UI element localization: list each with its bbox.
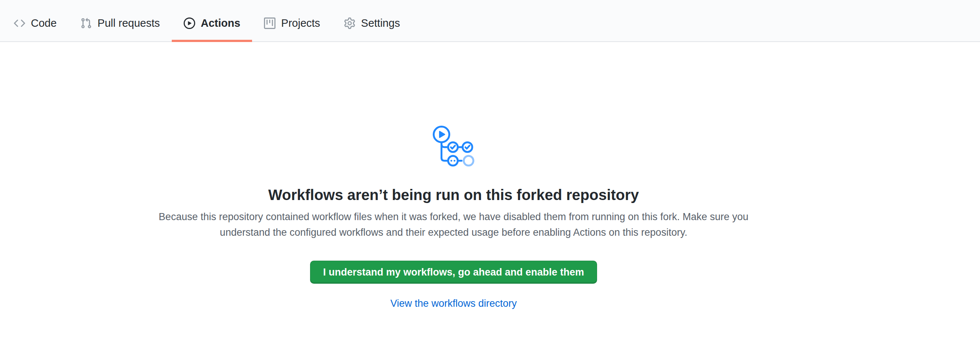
blankslate-title: Workflows aren’t being run on this forke…: [0, 186, 907, 204]
actions-disabled-page: Workflows aren’t being run on this forke…: [0, 42, 907, 310]
code-icon: [14, 17, 25, 29]
workflows-directory-link[interactable]: View the workflows directory: [390, 297, 517, 310]
tab-label: Actions: [201, 18, 240, 29]
tab-actions[interactable]: Actions: [172, 0, 252, 42]
blankslate: Workflows aren’t being run on this forke…: [0, 42, 907, 310]
workflow-graph-icon: [432, 125, 476, 169]
tab-projects[interactable]: Projects: [252, 0, 332, 42]
play-circle-icon: [184, 17, 195, 29]
blankslate-description: Because this repository contained workfl…: [145, 209, 762, 240]
tab-pull-requests[interactable]: Pull requests: [68, 0, 172, 42]
link-row: View the workflows directory: [0, 297, 907, 310]
tab-label: Projects: [281, 18, 320, 29]
project-board-icon: [264, 17, 275, 29]
tab-settings[interactable]: Settings: [332, 0, 412, 42]
tab-code[interactable]: Code: [2, 0, 68, 42]
button-row: I understand my workflows, go ahead and …: [0, 260, 907, 284]
gear-icon: [344, 17, 355, 29]
enable-workflows-button[interactable]: I understand my workflows, go ahead and …: [310, 260, 597, 284]
git-pull-request-icon: [80, 17, 92, 29]
tab-label: Pull requests: [97, 18, 160, 29]
repo-tab-nav: Code Pull requests Actions Projects Sett…: [0, 0, 980, 42]
tab-label: Settings: [361, 18, 400, 29]
tab-label: Code: [31, 18, 57, 29]
